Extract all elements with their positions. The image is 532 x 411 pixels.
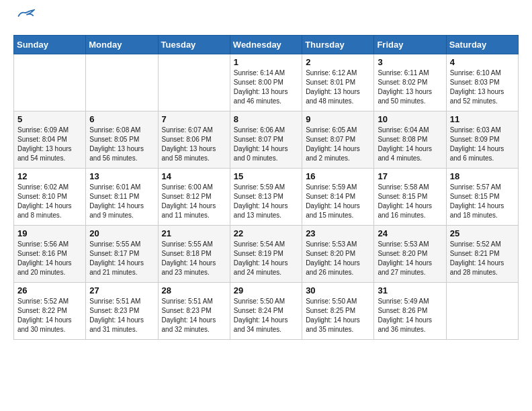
day-info: Sunrise: 5:53 AMSunset: 8:20 PMDaylight:… xyxy=(306,240,370,277)
day-info: Sunrise: 6:00 AMSunset: 8:12 PMDaylight:… xyxy=(162,183,226,220)
day-info: Sunrise: 5:50 AMSunset: 8:24 PMDaylight:… xyxy=(234,297,298,334)
day-number: 31 xyxy=(378,285,442,295)
day-number: 23 xyxy=(306,228,370,238)
calendar-cell xyxy=(86,54,158,111)
day-number: 4 xyxy=(450,57,515,67)
day-number: 10 xyxy=(378,114,442,124)
day-number: 15 xyxy=(234,171,298,181)
calendar-cell: 10Sunrise: 6:04 AMSunset: 8:08 PMDayligh… xyxy=(374,111,446,169)
day-info: Sunrise: 6:02 AMSunset: 8:10 PMDaylight:… xyxy=(17,183,82,220)
calendar-cell: 20Sunrise: 5:55 AMSunset: 8:17 PMDayligh… xyxy=(86,226,158,283)
day-of-week-monday: Monday xyxy=(86,36,158,54)
day-number: 5 xyxy=(17,114,82,124)
calendar-cell: 29Sunrise: 5:50 AMSunset: 8:24 PMDayligh… xyxy=(230,283,302,340)
day-of-week-tuesday: Tuesday xyxy=(158,36,230,54)
day-info: Sunrise: 6:03 AMSunset: 8:09 PMDaylight:… xyxy=(450,126,515,163)
calendar-week-5: 26Sunrise: 5:52 AMSunset: 8:22 PMDayligh… xyxy=(14,283,519,340)
day-info: Sunrise: 5:51 AMSunset: 8:23 PMDaylight:… xyxy=(89,297,154,334)
calendar-cell: 22Sunrise: 5:54 AMSunset: 8:19 PMDayligh… xyxy=(230,226,302,283)
day-number: 26 xyxy=(17,285,82,295)
day-number: 28 xyxy=(162,285,226,295)
day-info: Sunrise: 6:12 AMSunset: 8:01 PMDaylight:… xyxy=(306,68,370,106)
calendar-cell xyxy=(14,54,86,111)
day-info: Sunrise: 5:54 AMSunset: 8:19 PMDaylight:… xyxy=(234,240,298,277)
day-number: 6 xyxy=(89,114,154,124)
calendar-cell: 5Sunrise: 6:09 AMSunset: 8:04 PMDaylight… xyxy=(14,111,86,169)
calendar-cell: 8Sunrise: 6:06 AMSunset: 8:07 PMDaylight… xyxy=(230,111,302,169)
calendar-cell: 23Sunrise: 5:53 AMSunset: 8:20 PMDayligh… xyxy=(302,226,374,283)
day-number: 2 xyxy=(306,57,370,67)
calendar-cell: 6Sunrise: 6:08 AMSunset: 8:05 PMDaylight… xyxy=(86,111,158,169)
logo-bird-icon xyxy=(16,7,35,26)
calendar-cell: 4Sunrise: 6:10 AMSunset: 8:03 PMDaylight… xyxy=(446,54,518,111)
day-of-week-sunday: Sunday xyxy=(14,36,86,54)
calendar-cell xyxy=(446,283,518,340)
calendar-cell: 14Sunrise: 6:00 AMSunset: 8:12 PMDayligh… xyxy=(158,169,230,226)
day-info: Sunrise: 5:55 AMSunset: 8:17 PMDaylight:… xyxy=(89,240,154,277)
day-number: 27 xyxy=(89,285,154,295)
calendar-week-4: 19Sunrise: 5:56 AMSunset: 8:16 PMDayligh… xyxy=(14,226,519,283)
day-number: 17 xyxy=(378,171,442,181)
day-info: Sunrise: 6:11 AMSunset: 8:02 PMDaylight:… xyxy=(378,68,442,106)
calendar-cell: 18Sunrise: 5:57 AMSunset: 8:15 PMDayligh… xyxy=(446,169,518,226)
day-number: 22 xyxy=(234,228,298,238)
calendar-cell: 19Sunrise: 5:56 AMSunset: 8:16 PMDayligh… xyxy=(14,226,86,283)
calendar-cell: 17Sunrise: 5:58 AMSunset: 8:15 PMDayligh… xyxy=(374,169,446,226)
day-info: Sunrise: 6:08 AMSunset: 8:05 PMDaylight:… xyxy=(89,126,154,163)
day-number: 1 xyxy=(234,57,298,67)
day-info: Sunrise: 5:53 AMSunset: 8:20 PMDaylight:… xyxy=(378,240,442,277)
day-info: Sunrise: 6:14 AMSunset: 8:00 PMDaylight:… xyxy=(234,68,298,106)
day-number: 9 xyxy=(306,114,370,124)
day-info: Sunrise: 6:10 AMSunset: 8:03 PMDaylight:… xyxy=(450,68,515,106)
day-info: Sunrise: 5:59 AMSunset: 8:14 PMDaylight:… xyxy=(306,183,370,220)
day-info: Sunrise: 5:58 AMSunset: 8:15 PMDaylight:… xyxy=(378,183,442,220)
day-number: 25 xyxy=(450,228,515,238)
day-number: 7 xyxy=(162,114,226,124)
day-info: Sunrise: 5:57 AMSunset: 8:15 PMDaylight:… xyxy=(450,183,515,220)
day-number: 29 xyxy=(234,285,298,295)
day-info: Sunrise: 6:05 AMSunset: 8:07 PMDaylight:… xyxy=(306,126,370,163)
calendar-cell: 1Sunrise: 6:14 AMSunset: 8:00 PMDaylight… xyxy=(230,54,302,111)
page-header xyxy=(13,13,519,28)
calendar-cell: 15Sunrise: 5:59 AMSunset: 8:13 PMDayligh… xyxy=(230,169,302,226)
day-info: Sunrise: 5:55 AMSunset: 8:18 PMDaylight:… xyxy=(162,240,226,277)
day-number: 8 xyxy=(234,114,298,124)
day-of-week-saturday: Saturday xyxy=(446,36,518,54)
calendar-cell: 2Sunrise: 6:12 AMSunset: 8:01 PMDaylight… xyxy=(302,54,374,111)
calendar-cell: 31Sunrise: 5:49 AMSunset: 8:26 PMDayligh… xyxy=(374,283,446,340)
day-of-week-wednesday: Wednesday xyxy=(230,36,302,54)
calendar-cell: 12Sunrise: 6:02 AMSunset: 8:10 PMDayligh… xyxy=(14,169,86,226)
calendar-cell: 11Sunrise: 6:03 AMSunset: 8:09 PMDayligh… xyxy=(446,111,518,169)
calendar-cell: 13Sunrise: 6:01 AMSunset: 8:11 PMDayligh… xyxy=(86,169,158,226)
day-number: 24 xyxy=(378,228,442,238)
days-of-week-row: SundayMondayTuesdayWednesdayThursdayFrid… xyxy=(14,36,519,54)
day-info: Sunrise: 5:49 AMSunset: 8:26 PMDaylight:… xyxy=(378,297,442,334)
day-number: 11 xyxy=(450,114,515,124)
day-info: Sunrise: 5:50 AMSunset: 8:25 PMDaylight:… xyxy=(306,297,370,334)
calendar-cell: 25Sunrise: 5:52 AMSunset: 8:21 PMDayligh… xyxy=(446,226,518,283)
calendar-cell: 21Sunrise: 5:55 AMSunset: 8:18 PMDayligh… xyxy=(158,226,230,283)
day-number: 19 xyxy=(17,228,82,238)
day-number: 21 xyxy=(162,228,226,238)
day-info: Sunrise: 6:01 AMSunset: 8:11 PMDaylight:… xyxy=(89,183,154,220)
day-info: Sunrise: 6:04 AMSunset: 8:08 PMDaylight:… xyxy=(378,126,442,163)
day-number: 16 xyxy=(306,171,370,181)
calendar-cell: 24Sunrise: 5:53 AMSunset: 8:20 PMDayligh… xyxy=(374,226,446,283)
calendar-week-3: 12Sunrise: 6:02 AMSunset: 8:10 PMDayligh… xyxy=(14,169,519,226)
day-info: Sunrise: 5:59 AMSunset: 8:13 PMDaylight:… xyxy=(234,183,298,220)
day-info: Sunrise: 5:52 AMSunset: 8:21 PMDaylight:… xyxy=(450,240,515,277)
day-of-week-thursday: Thursday xyxy=(302,36,374,54)
day-number: 3 xyxy=(378,57,442,67)
calendar-table: SundayMondayTuesdayWednesdayThursdayFrid… xyxy=(13,35,519,340)
day-of-week-friday: Friday xyxy=(374,36,446,54)
calendar-week-1: 1Sunrise: 6:14 AMSunset: 8:00 PMDaylight… xyxy=(14,54,519,111)
day-number: 18 xyxy=(450,171,515,181)
calendar-cell: 9Sunrise: 6:05 AMSunset: 8:07 PMDaylight… xyxy=(302,111,374,169)
calendar-cell: 3Sunrise: 6:11 AMSunset: 8:02 PMDaylight… xyxy=(374,54,446,111)
calendar-cell: 7Sunrise: 6:07 AMSunset: 8:06 PMDaylight… xyxy=(158,111,230,169)
day-info: Sunrise: 6:07 AMSunset: 8:06 PMDaylight:… xyxy=(162,126,226,163)
day-number: 12 xyxy=(17,171,82,181)
day-info: Sunrise: 5:52 AMSunset: 8:22 PMDaylight:… xyxy=(17,297,82,334)
day-number: 20 xyxy=(89,228,154,238)
calendar-cell xyxy=(158,54,230,111)
